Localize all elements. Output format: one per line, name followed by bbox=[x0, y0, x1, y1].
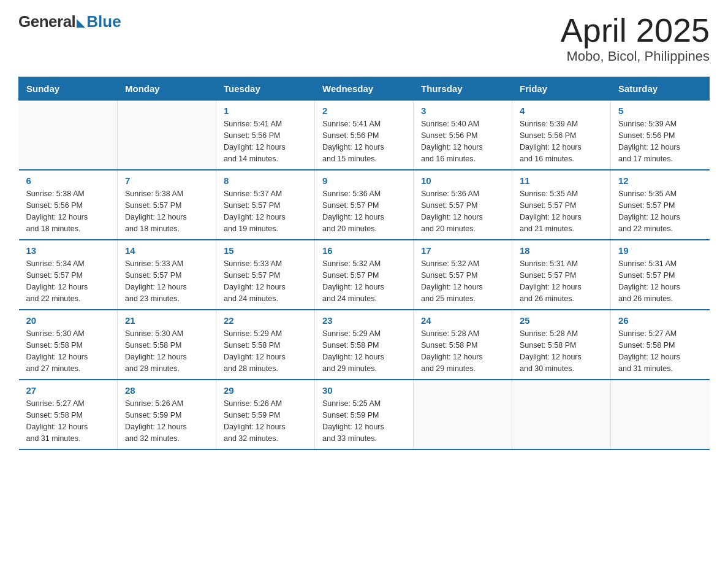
day-number: 25 bbox=[520, 315, 603, 326]
day-info: Sunrise: 5:32 AMSunset: 5:57 PMDaylight:… bbox=[322, 258, 406, 304]
day-number: 18 bbox=[520, 245, 603, 256]
week-row-4: 20Sunrise: 5:30 AMSunset: 5:58 PMDayligh… bbox=[19, 310, 710, 380]
day-info: Sunrise: 5:35 AMSunset: 5:57 PMDaylight:… bbox=[520, 188, 603, 234]
title-block: April 2025 Mobo, Bicol, Philippines bbox=[561, 12, 710, 64]
logo-blue-text: Blue bbox=[86, 12, 121, 31]
day-number: 1 bbox=[224, 105, 307, 116]
day-info: Sunrise: 5:41 AMSunset: 5:56 PMDaylight:… bbox=[224, 118, 307, 164]
calendar-cell: 15Sunrise: 5:33 AMSunset: 5:57 PMDayligh… bbox=[216, 240, 315, 310]
calendar-cell: 27Sunrise: 5:27 AMSunset: 5:58 PMDayligh… bbox=[19, 380, 118, 450]
calendar-cell bbox=[512, 380, 611, 450]
day-info: Sunrise: 5:26 AMSunset: 5:59 PMDaylight:… bbox=[125, 398, 208, 444]
day-number: 24 bbox=[421, 315, 504, 326]
calendar-cell: 10Sunrise: 5:36 AMSunset: 5:57 PMDayligh… bbox=[414, 170, 512, 240]
calendar-cell: 5Sunrise: 5:39 AMSunset: 5:56 PMDaylight… bbox=[611, 101, 710, 170]
calendar-cell: 21Sunrise: 5:30 AMSunset: 5:58 PMDayligh… bbox=[118, 310, 216, 380]
day-number: 19 bbox=[618, 245, 702, 256]
day-info: Sunrise: 5:39 AMSunset: 5:56 PMDaylight:… bbox=[520, 118, 603, 164]
calendar-cell: 12Sunrise: 5:35 AMSunset: 5:57 PMDayligh… bbox=[611, 170, 710, 240]
week-row-2: 6Sunrise: 5:38 AMSunset: 5:56 PMDaylight… bbox=[19, 170, 710, 240]
day-number: 28 bbox=[125, 385, 208, 396]
day-info: Sunrise: 5:25 AMSunset: 5:59 PMDaylight:… bbox=[322, 398, 406, 444]
day-info: Sunrise: 5:40 AMSunset: 5:56 PMDaylight:… bbox=[421, 118, 504, 164]
calendar-cell: 3Sunrise: 5:40 AMSunset: 5:56 PMDaylight… bbox=[414, 101, 512, 170]
day-number: 16 bbox=[322, 245, 406, 256]
day-number: 22 bbox=[224, 315, 307, 326]
calendar-cell: 19Sunrise: 5:31 AMSunset: 5:57 PMDayligh… bbox=[611, 240, 710, 310]
column-header-friday: Friday bbox=[512, 77, 611, 101]
calendar-cell: 2Sunrise: 5:41 AMSunset: 5:56 PMDaylight… bbox=[315, 101, 414, 170]
day-info: Sunrise: 5:33 AMSunset: 5:57 PMDaylight:… bbox=[224, 258, 307, 304]
day-info: Sunrise: 5:27 AMSunset: 5:58 PMDaylight:… bbox=[26, 398, 110, 444]
calendar-cell: 23Sunrise: 5:29 AMSunset: 5:58 PMDayligh… bbox=[315, 310, 414, 380]
day-info: Sunrise: 5:35 AMSunset: 5:57 PMDaylight:… bbox=[618, 188, 702, 234]
week-row-3: 13Sunrise: 5:34 AMSunset: 5:57 PMDayligh… bbox=[19, 240, 710, 310]
day-number: 15 bbox=[224, 245, 307, 256]
day-number: 30 bbox=[322, 385, 406, 396]
day-number: 13 bbox=[26, 245, 110, 256]
calendar-cell bbox=[414, 380, 512, 450]
calendar-cell: 6Sunrise: 5:38 AMSunset: 5:56 PMDaylight… bbox=[19, 170, 118, 240]
calendar-cell: 17Sunrise: 5:32 AMSunset: 5:57 PMDayligh… bbox=[414, 240, 512, 310]
day-info: Sunrise: 5:29 AMSunset: 5:58 PMDaylight:… bbox=[224, 328, 307, 374]
location-subtitle: Mobo, Bicol, Philippines bbox=[561, 48, 710, 64]
calendar-table: SundayMondayTuesdayWednesdayThursdayFrid… bbox=[18, 77, 710, 450]
calendar-cell: 22Sunrise: 5:29 AMSunset: 5:58 PMDayligh… bbox=[216, 310, 315, 380]
day-info: Sunrise: 5:36 AMSunset: 5:57 PMDaylight:… bbox=[322, 188, 406, 234]
day-number: 4 bbox=[520, 105, 603, 116]
calendar-header-row: SundayMondayTuesdayWednesdayThursdayFrid… bbox=[19, 77, 710, 101]
day-number: 20 bbox=[26, 315, 110, 326]
calendar-cell bbox=[118, 101, 216, 170]
day-info: Sunrise: 5:30 AMSunset: 5:58 PMDaylight:… bbox=[125, 328, 208, 374]
day-number: 9 bbox=[322, 175, 406, 186]
day-number: 21 bbox=[125, 315, 208, 326]
calendar-cell: 28Sunrise: 5:26 AMSunset: 5:59 PMDayligh… bbox=[118, 380, 216, 450]
day-info: Sunrise: 5:41 AMSunset: 5:56 PMDaylight:… bbox=[322, 118, 406, 164]
logo: General Blue bbox=[18, 12, 121, 31]
column-header-thursday: Thursday bbox=[414, 77, 512, 101]
day-info: Sunrise: 5:33 AMSunset: 5:57 PMDaylight:… bbox=[125, 258, 208, 304]
column-header-saturday: Saturday bbox=[611, 77, 710, 101]
day-info: Sunrise: 5:31 AMSunset: 5:57 PMDaylight:… bbox=[618, 258, 702, 304]
day-number: 27 bbox=[26, 385, 110, 396]
day-info: Sunrise: 5:30 AMSunset: 5:58 PMDaylight:… bbox=[26, 328, 110, 374]
day-number: 5 bbox=[618, 105, 702, 116]
week-row-5: 27Sunrise: 5:27 AMSunset: 5:58 PMDayligh… bbox=[19, 380, 710, 450]
day-number: 10 bbox=[421, 175, 504, 186]
calendar-cell: 16Sunrise: 5:32 AMSunset: 5:57 PMDayligh… bbox=[315, 240, 414, 310]
day-info: Sunrise: 5:39 AMSunset: 5:56 PMDaylight:… bbox=[618, 118, 702, 164]
day-number: 3 bbox=[421, 105, 504, 116]
column-header-monday: Monday bbox=[118, 77, 216, 101]
day-info: Sunrise: 5:28 AMSunset: 5:58 PMDaylight:… bbox=[421, 328, 504, 374]
calendar-cell: 8Sunrise: 5:37 AMSunset: 5:57 PMDaylight… bbox=[216, 170, 315, 240]
day-number: 12 bbox=[618, 175, 702, 186]
calendar-cell: 25Sunrise: 5:28 AMSunset: 5:58 PMDayligh… bbox=[512, 310, 611, 380]
day-number: 8 bbox=[224, 175, 307, 186]
calendar-cell bbox=[19, 101, 118, 170]
calendar-cell bbox=[611, 380, 710, 450]
calendar-cell: 30Sunrise: 5:25 AMSunset: 5:59 PMDayligh… bbox=[315, 380, 414, 450]
day-info: Sunrise: 5:38 AMSunset: 5:57 PMDaylight:… bbox=[125, 188, 208, 234]
logo-general-text: General bbox=[18, 12, 75, 31]
day-info: Sunrise: 5:34 AMSunset: 5:57 PMDaylight:… bbox=[26, 258, 110, 304]
day-info: Sunrise: 5:29 AMSunset: 5:58 PMDaylight:… bbox=[322, 328, 406, 374]
week-row-1: 1Sunrise: 5:41 AMSunset: 5:56 PMDaylight… bbox=[19, 101, 710, 170]
calendar-cell: 20Sunrise: 5:30 AMSunset: 5:58 PMDayligh… bbox=[19, 310, 118, 380]
calendar-cell: 11Sunrise: 5:35 AMSunset: 5:57 PMDayligh… bbox=[512, 170, 611, 240]
day-number: 17 bbox=[421, 245, 504, 256]
calendar-cell: 4Sunrise: 5:39 AMSunset: 5:56 PMDaylight… bbox=[512, 101, 611, 170]
page-header: General Blue April 2025 Mobo, Bicol, Phi… bbox=[18, 12, 710, 64]
calendar-cell: 9Sunrise: 5:36 AMSunset: 5:57 PMDaylight… bbox=[315, 170, 414, 240]
day-number: 7 bbox=[125, 175, 208, 186]
calendar-title: April 2025 bbox=[561, 12, 710, 48]
day-number: 2 bbox=[322, 105, 406, 116]
day-info: Sunrise: 5:27 AMSunset: 5:58 PMDaylight:… bbox=[618, 328, 702, 374]
day-number: 23 bbox=[322, 315, 406, 326]
day-number: 6 bbox=[26, 175, 110, 186]
day-info: Sunrise: 5:38 AMSunset: 5:56 PMDaylight:… bbox=[26, 188, 110, 234]
day-info: Sunrise: 5:32 AMSunset: 5:57 PMDaylight:… bbox=[421, 258, 504, 304]
day-info: Sunrise: 5:37 AMSunset: 5:57 PMDaylight:… bbox=[224, 188, 307, 234]
column-header-sunday: Sunday bbox=[19, 77, 118, 101]
day-info: Sunrise: 5:31 AMSunset: 5:57 PMDaylight:… bbox=[520, 258, 603, 304]
calendar-cell: 13Sunrise: 5:34 AMSunset: 5:57 PMDayligh… bbox=[19, 240, 118, 310]
